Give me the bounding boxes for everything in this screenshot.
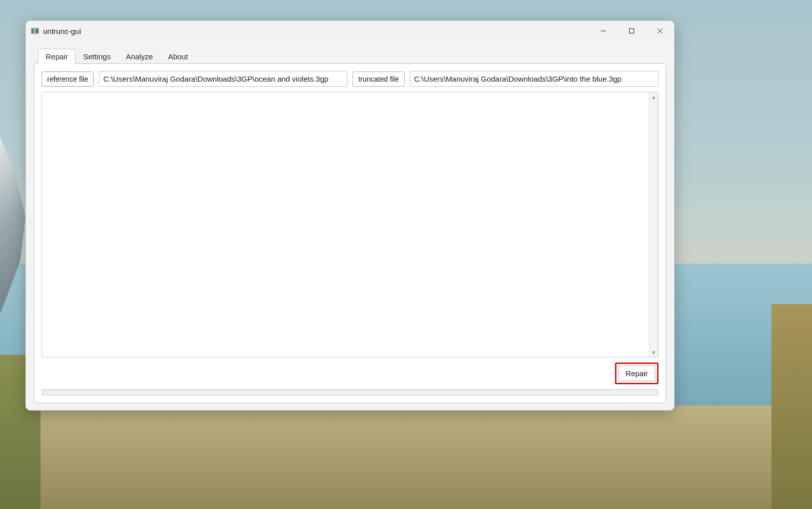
truncated-file-path[interactable] xyxy=(410,71,659,87)
tab-repair[interactable]: Repair xyxy=(38,49,75,64)
repair-button[interactable]: Repair xyxy=(618,366,655,381)
repair-button-highlight: Repair xyxy=(615,362,659,384)
tab-settings[interactable]: Settings xyxy=(75,49,118,64)
close-button[interactable] xyxy=(646,21,674,41)
log-output: ▲ ▼ xyxy=(42,92,659,357)
action-row: Repair xyxy=(42,362,659,384)
log-scrollbar[interactable]: ▲ ▼ xyxy=(649,92,658,357)
svg-rect-4 xyxy=(630,29,634,33)
wallpaper-grass-right xyxy=(771,304,812,509)
maximize-button[interactable] xyxy=(617,21,646,41)
window-title: untrunc-gui xyxy=(43,27,81,35)
reference-file-button[interactable]: reference file xyxy=(42,71,94,87)
window-controls xyxy=(589,21,674,41)
reference-file-path[interactable] xyxy=(99,71,347,87)
tabs: Repair Settings Analyze About xyxy=(38,48,666,63)
titlebar[interactable]: untrunc-gui xyxy=(26,21,674,41)
svg-rect-1 xyxy=(32,29,34,33)
app-icon xyxy=(31,27,39,35)
tab-about[interactable]: About xyxy=(161,49,196,64)
window-body: Repair Settings Analyze About reference … xyxy=(26,41,674,410)
scroll-up-icon[interactable]: ▲ xyxy=(649,92,658,101)
truncated-file-button[interactable]: truncated file xyxy=(353,71,404,87)
tab-content-repair: reference file truncated file ▲ ▼ Repair xyxy=(34,63,666,403)
scroll-down-icon[interactable]: ▼ xyxy=(649,348,658,357)
app-window: untrunc-gui Repair Settings Analyze Abou… xyxy=(25,20,675,411)
progress-bar xyxy=(42,389,659,395)
svg-rect-2 xyxy=(35,29,38,33)
file-selection-row: reference file truncated file xyxy=(42,71,659,87)
tab-analyze[interactable]: Analyze xyxy=(118,49,160,64)
minimize-button[interactable] xyxy=(589,21,617,41)
log-text-area[interactable] xyxy=(42,92,649,357)
